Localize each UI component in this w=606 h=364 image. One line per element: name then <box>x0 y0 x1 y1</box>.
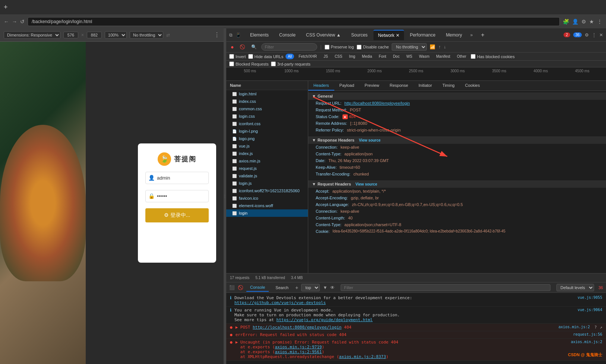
more-devtools-icon[interactable]: ⋮ <box>592 32 596 38</box>
axios-link-1[interactable]: axios.min.js:2:9719 <box>275 345 322 349</box>
axios-link-3[interactable]: axios.min.js:2:8373 <box>339 354 386 359</box>
tab-network[interactable]: Network ✕ <box>373 30 404 40</box>
vue-guide-link[interactable]: https://vuejs.org/guide/deployment.html <box>277 317 373 322</box>
tab-performance[interactable]: Performance <box>405 30 440 40</box>
filter-other[interactable]: Other <box>455 54 468 59</box>
tab-add-icon[interactable]: + <box>476 29 489 41</box>
detail-tab-initiator[interactable]: Initiator <box>413 81 437 91</box>
blocked-requests-label[interactable]: Blocked Requests <box>229 61 269 66</box>
extensions-icon[interactable]: 🧩 <box>563 19 569 25</box>
more-options-icon[interactable]: ⋮ <box>214 31 220 38</box>
console-level-select[interactable]: Default levels <box>556 284 594 291</box>
msg-source-1[interactable]: vue.js:9055 <box>578 295 602 305</box>
disable-cache-checkbox[interactable] <box>357 45 362 50</box>
close-devtools-icon[interactable]: ✕ <box>599 32 603 38</box>
file-item[interactable]: ⬜element-icons.woff <box>226 202 308 209</box>
tab-sources[interactable]: Sources <box>347 30 372 40</box>
invert-checkbox-label[interactable]: Invert <box>229 54 246 59</box>
filter-ws[interactable]: WS <box>404 54 414 59</box>
login-button[interactable]: ⚙ 登录中... <box>145 208 209 222</box>
file-item[interactable]: ⬜request.js <box>226 165 308 172</box>
hide-data-urls-checkbox[interactable] <box>248 54 253 59</box>
has-blocked-cookies-checkbox[interactable] <box>471 54 476 59</box>
file-item-login-selected[interactable]: ⬜login <box>226 209 308 217</box>
throttle-network-select[interactable]: No throttling <box>392 43 427 51</box>
record-button[interactable]: ● <box>229 43 235 51</box>
username-input[interactable] <box>145 172 209 184</box>
file-item[interactable]: ⬜login.html <box>226 90 308 98</box>
view-source-request-button[interactable]: View source <box>356 182 377 186</box>
hide-data-urls-label[interactable]: Hide data URLs <box>248 54 284 59</box>
tab-elements[interactable]: Elements <box>246 30 273 40</box>
third-party-label[interactable]: 3rd-party requests <box>271 61 310 66</box>
filter-doc[interactable]: Doc <box>391 54 402 59</box>
file-item[interactable]: ⬜axios.min.js <box>226 157 308 165</box>
preserve-log-checkbox[interactable] <box>325 45 329 50</box>
file-item[interactable]: ⬜iconfont.woff2?t=1621231825060 <box>226 187 308 194</box>
file-item[interactable]: ⬜index.css <box>226 98 308 105</box>
more-tabs-icon[interactable]: » <box>468 31 475 39</box>
console-filter-input[interactable] <box>341 284 550 291</box>
detail-tab-cookies[interactable]: Cookies <box>460 81 485 91</box>
import-har-icon[interactable]: ↑ <box>438 44 441 50</box>
back-icon[interactable]: ← <box>4 19 9 25</box>
request-headers-section-header[interactable]: ▼ Request Headers View source <box>308 180 606 188</box>
file-item[interactable]: ⬜index.js <box>226 150 308 157</box>
profile-icon[interactable]: 👤 <box>572 19 578 25</box>
axios-link-2[interactable]: axios.min.js:2:9561 <box>275 349 322 354</box>
top-context-select[interactable]: top <box>301 284 320 291</box>
new-tab-icon[interactable]: + <box>4 3 8 11</box>
post-url-link[interactable]: http://localhost:8080/employee/login <box>253 325 341 330</box>
eye-icon[interactable]: 👁 <box>330 285 335 290</box>
rotate-icon[interactable]: ⇄ <box>166 32 170 38</box>
settings-devtools-icon[interactable]: ⚙ <box>585 32 589 38</box>
filter-manifest[interactable]: Manifest <box>434 54 452 59</box>
detail-tab-headers[interactable]: Headers <box>308 81 334 91</box>
request-url-link[interactable]: http://localhost:8080/employee/login <box>344 101 410 105</box>
file-item[interactable]: ⬜vue.js <box>226 142 308 150</box>
network-filter-input[interactable] <box>261 43 317 51</box>
menu-icon[interactable]: ⋮ <box>597 19 602 25</box>
file-item[interactable]: ⬜favicon.ico <box>226 194 308 202</box>
export-har-icon[interactable]: ↓ <box>444 44 446 50</box>
msg-source-3[interactable]: axios.min.js:2 <box>558 325 590 330</box>
view-source-response-button[interactable]: View source <box>359 138 381 142</box>
address-bar[interactable] <box>28 17 560 26</box>
file-item[interactable]: ⬜validate.js <box>226 172 308 180</box>
msg-source-2[interactable]: vue.js:9064 <box>578 308 602 322</box>
context-dropdown-icon[interactable]: ▼ <box>323 285 327 290</box>
tab-console[interactable]: Console <box>275 30 300 40</box>
search-tab[interactable]: Search <box>272 284 292 291</box>
console-tab[interactable]: Console <box>246 284 269 292</box>
devtools-device-icon[interactable]: 📱 <box>236 32 241 38</box>
file-item[interactable]: ⬜login.js <box>226 180 308 187</box>
preserve-log-label[interactable]: Preserve log <box>325 45 354 50</box>
console-ban-icon[interactable]: 🚫 <box>238 285 243 290</box>
invert-checkbox[interactable] <box>229 54 234 59</box>
has-blocked-cookies-label[interactable]: Has blocked cookies <box>471 54 515 59</box>
disable-cache-label[interactable]: Disable cache <box>357 45 389 50</box>
file-item[interactable]: ⬜iconfont.css <box>226 120 308 127</box>
settings-icon[interactable]: ⚙ <box>581 19 586 25</box>
vue-devtools-link[interactable]: https://github.com/vuejs/vue-devtools <box>234 300 326 305</box>
console-dock-icon[interactable]: ⬛ <box>229 285 235 290</box>
error-help-icon[interactable]: ? <box>594 325 597 330</box>
filter-css[interactable]: CSS <box>332 54 345 59</box>
filter-wasm[interactable]: Wasm <box>417 54 432 59</box>
forward-icon[interactable]: → <box>12 19 17 25</box>
msg-source-4[interactable]: request.js:56 <box>573 332 602 337</box>
filter-fetch-xhr[interactable]: Fetch/XHR <box>296 54 319 59</box>
clear-button[interactable]: 🚫 <box>238 44 247 50</box>
reload-icon[interactable]: ↺ <box>20 19 25 25</box>
search-network-button[interactable]: 🔍 <box>250 44 258 50</box>
tab-css-overview[interactable]: CSS Overview ▲ <box>302 30 345 40</box>
height-input[interactable] <box>87 32 102 38</box>
width-input[interactable] <box>63 32 78 38</box>
filter-img[interactable]: Img <box>347 54 357 59</box>
bookmark-icon[interactable]: ★ <box>589 19 594 25</box>
network-online-icon[interactable]: 📶 <box>430 44 435 50</box>
file-item[interactable]: ⬜common.css <box>226 105 308 113</box>
detail-tab-timing[interactable]: Timing <box>437 81 460 91</box>
password-input[interactable] <box>145 190 209 202</box>
filter-all[interactable]: All <box>285 54 294 59</box>
